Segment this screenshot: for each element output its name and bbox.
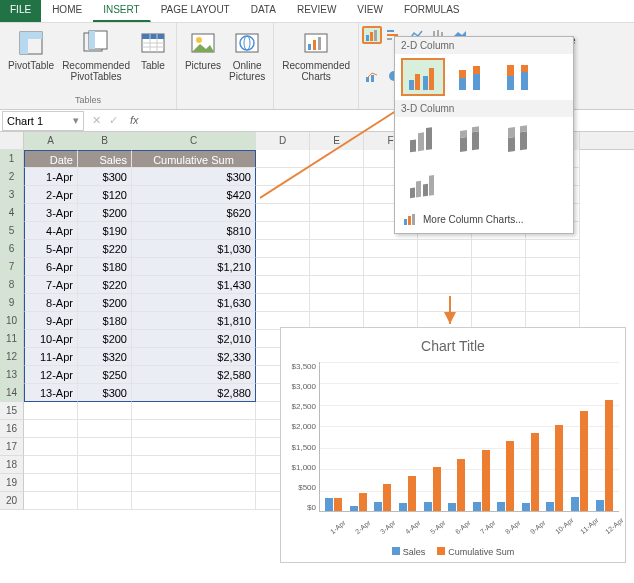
pictures-button[interactable]: Pictures [181,25,225,95]
cell[interactable]: $1,630 [132,294,256,312]
cell[interactable] [24,456,78,474]
row-header[interactable]: 17 [0,438,24,456]
column-chart-button[interactable] [362,26,382,44]
recommended-charts-button[interactable]: Recommended Charts [278,25,354,95]
100-stacked-column-option[interactable] [497,58,541,96]
cell[interactable] [132,420,256,438]
col-header-B[interactable]: B [78,132,132,150]
row-header[interactable]: 10 [0,312,24,330]
chart-plot-area[interactable] [319,362,619,512]
name-box[interactable]: Chart 1▾ [2,111,84,131]
row-header[interactable]: 18 [0,456,24,474]
cell[interactable]: $2,580 [132,366,256,384]
row-header[interactable]: 8 [0,276,24,294]
row-header[interactable]: 15 [0,402,24,420]
cell[interactable]: 10-Apr [24,330,78,348]
cell[interactable]: 1-Apr [24,168,78,186]
row-header[interactable]: 1 [0,150,24,168]
cell[interactable]: $200 [78,204,132,222]
tab-data[interactable]: DATA [241,0,287,22]
tab-pagelayout[interactable]: PAGE LAYOUT [151,0,241,22]
cell[interactable] [24,438,78,456]
cell[interactable] [526,258,580,276]
cell[interactable] [78,456,132,474]
cell[interactable] [256,240,310,258]
3d-column-option[interactable] [401,167,445,205]
cell[interactable]: 4-Apr [24,222,78,240]
cell[interactable] [132,402,256,420]
cell[interactable] [78,402,132,420]
col-header-E[interactable]: E [310,132,364,150]
cell[interactable]: $180 [78,258,132,276]
cell[interactable]: 5-Apr [24,240,78,258]
cell[interactable]: 8-Apr [24,294,78,312]
cell[interactable] [472,240,526,258]
tab-formulas[interactable]: FORMULAS [394,0,471,22]
cell[interactable] [310,294,364,312]
tab-view[interactable]: VIEW [347,0,394,22]
cell[interactable] [132,492,256,510]
cell[interactable] [24,492,78,510]
cell[interactable]: $2,880 [132,384,256,402]
header-cell[interactable]: Cumulative Sum [132,150,256,168]
cell[interactable] [310,258,364,276]
cell[interactable]: $220 [78,240,132,258]
row-header[interactable]: 13 [0,366,24,384]
header-cell[interactable]: Date [24,150,78,168]
cell[interactable] [256,168,310,186]
cell[interactable] [310,222,364,240]
cell[interactable]: $1,430 [132,276,256,294]
cell[interactable] [132,438,256,456]
cell[interactable]: $320 [78,348,132,366]
cell[interactable] [364,294,418,312]
cell[interactable] [310,150,364,168]
cell[interactable] [472,294,526,312]
cell[interactable] [526,294,580,312]
cell[interactable] [78,438,132,456]
cell[interactable] [256,204,310,222]
cell[interactable]: 13-Apr [24,384,78,402]
cell[interactable] [24,402,78,420]
cell[interactable]: $810 [132,222,256,240]
row-header[interactable]: 7 [0,258,24,276]
cell[interactable] [256,258,310,276]
cell[interactable] [364,276,418,294]
select-all-corner[interactable] [0,132,24,150]
embedded-chart[interactable]: Chart Title $3,500$3,000$2,500$2,000$1,5… [280,327,626,563]
combo-chart-button[interactable] [362,67,382,85]
row-header[interactable]: 5 [0,222,24,240]
cell[interactable]: 7-Apr [24,276,78,294]
cell[interactable]: $2,010 [132,330,256,348]
cell[interactable] [78,474,132,492]
header-cell[interactable]: Sales [78,150,132,168]
col-header-D[interactable]: D [256,132,310,150]
cell[interactable]: 2-Apr [24,186,78,204]
row-header[interactable]: 4 [0,204,24,222]
cell[interactable] [526,240,580,258]
cell[interactable] [364,240,418,258]
cell[interactable]: 9-Apr [24,312,78,330]
cell[interactable]: $1,210 [132,258,256,276]
col-header-A[interactable]: A [24,132,78,150]
cell[interactable] [418,276,472,294]
row-header[interactable]: 12 [0,348,24,366]
cell[interactable]: $620 [132,204,256,222]
tab-home[interactable]: HOME [42,0,93,22]
cell[interactable] [310,276,364,294]
cell[interactable]: 3-Apr [24,204,78,222]
cell[interactable] [24,474,78,492]
row-header[interactable]: 9 [0,294,24,312]
3d-100-stacked-column-option[interactable] [497,121,541,159]
row-header[interactable]: 19 [0,474,24,492]
row-header[interactable]: 3 [0,186,24,204]
cell[interactable] [78,420,132,438]
cell[interactable] [24,420,78,438]
cell[interactable]: $2,330 [132,348,256,366]
chart-legend[interactable]: Sales Cumulative Sum [287,547,619,557]
cell[interactable] [256,276,310,294]
cell[interactable] [256,186,310,204]
cell[interactable] [472,276,526,294]
cell[interactable] [256,150,310,168]
cell[interactable] [132,474,256,492]
cell[interactable] [132,456,256,474]
